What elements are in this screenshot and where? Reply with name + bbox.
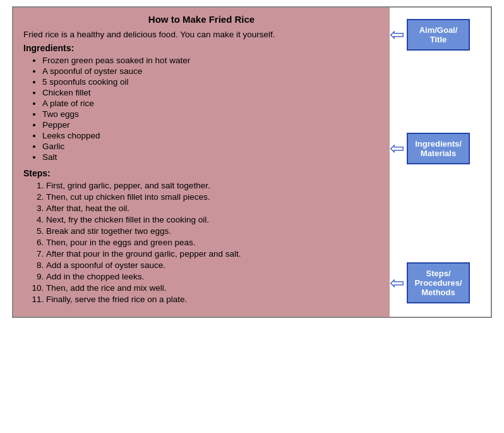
list-item: First, grind garlic, pepper, and salt to…	[46, 181, 380, 190]
aim-arrow: ⇦	[390, 26, 404, 44]
list-item: Next, fry the chicken fillet in the cook…	[46, 215, 380, 224]
list-item: Garlic	[42, 142, 380, 151]
list-item: Chicken fillet	[42, 88, 380, 97]
ingredients-label: Ingredients/Materials	[407, 133, 470, 164]
list-item: Pepper	[42, 120, 380, 130]
steps-list: First, grind garlic, pepper, and salt to…	[23, 181, 380, 304]
steps-arrow: ⇦	[390, 274, 404, 292]
list-item: A spoonful of oyster sauce	[42, 66, 380, 76]
ingredients-list: Frozen green peas soaked in hot waterA s…	[23, 56, 380, 162]
list-item: Add in the chopped leeks.	[46, 272, 380, 281]
main-content: How to Make Fried Rice Fried rice is a h…	[13, 8, 390, 317]
ingredients-block: ⇦ Ingredients/Materials	[390, 133, 486, 164]
page-container: How to Make Fried Rice Fried rice is a h…	[12, 6, 492, 318]
list-item: Break and stir together two eggs.	[46, 226, 380, 236]
list-item: Then, add the rice and mix well.	[46, 283, 380, 293]
list-item: 5 spoonfuls cooking oil	[42, 77, 380, 87]
steps-label: Steps/Procedures/Methods	[407, 262, 470, 303]
page-title: How to Make Fried Rice	[23, 14, 380, 25]
list-item: Leeks chopped	[42, 131, 380, 140]
list-item: Add a spoonful of oyster sauce.	[46, 260, 380, 270]
list-item: Then, cut up chicken fillet into small p…	[46, 192, 380, 202]
ingredients-arrow: ⇦	[390, 140, 404, 157]
sidebar: ⇦ Aim/Goal/Title ⇦ Ingredients/Materials…	[390, 8, 491, 317]
list-item: Then, pour in the eggs and green peas.	[46, 238, 380, 247]
list-item: After that pour in the ground garlic, pe…	[46, 249, 380, 259]
list-item: A plate of rice	[42, 99, 380, 108]
list-item: Finally, serve the fried rice on a plate…	[46, 295, 380, 304]
steps-heading: Steps:	[23, 168, 380, 178]
list-item: Salt	[42, 152, 380, 162]
ingredients-heading: Ingredients:	[23, 43, 380, 53]
list-item: Two eggs	[42, 109, 380, 119]
aim-label: Aim/Goal/Title	[407, 19, 470, 51]
steps-block: ⇦ Steps/Procedures/Methods	[390, 262, 486, 303]
list-item: Frozen green peas soaked in hot water	[42, 56, 380, 65]
intro-text: Fried rice is a healthy and delicious fo…	[23, 30, 380, 39]
aim-block: ⇦ Aim/Goal/Title	[390, 19, 486, 51]
list-item: After that, heat the oil.	[46, 204, 380, 213]
